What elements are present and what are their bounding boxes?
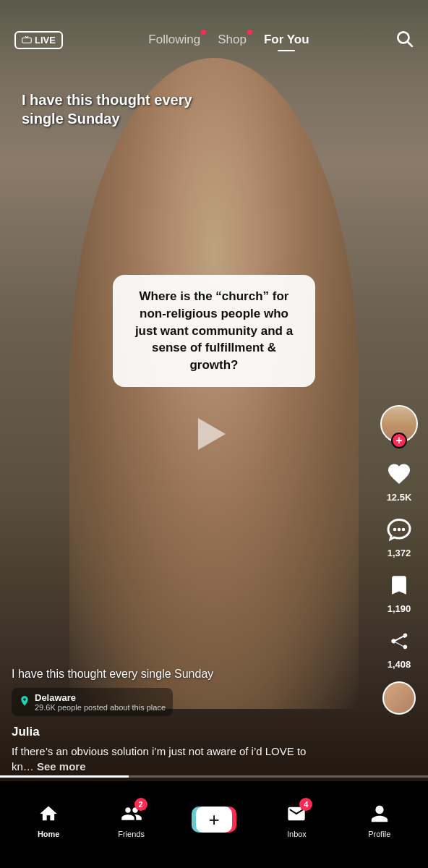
- live-badge[interactable]: LIVE: [14, 31, 63, 49]
- svg-line-4: [408, 42, 412, 46]
- creator-avatar[interactable]: +: [380, 405, 418, 443]
- following-dot: [201, 30, 206, 35]
- inbox-badge: 4: [299, 798, 312, 811]
- comment-action[interactable]: 1,372: [384, 514, 414, 558]
- location-text: Delaware 29.6K people posted about this …: [35, 692, 166, 712]
- see-more-button[interactable]: See more: [37, 760, 86, 773]
- location-count: 29.6K people posted about this place: [35, 703, 166, 712]
- nav-inbox[interactable]: 4 Inbox: [255, 801, 338, 838]
- right-actions: + 12.5K 1,372 1,190: [380, 405, 418, 715]
- home-label: Home: [38, 830, 60, 838]
- nav-add[interactable]: +: [173, 807, 255, 833]
- tab-following[interactable]: Following: [148, 33, 200, 47]
- comment-count: 1,372: [388, 548, 411, 558]
- inbox-label: Inbox: [287, 830, 307, 838]
- tab-for-you[interactable]: For You: [264, 33, 309, 47]
- nav-friends[interactable]: 2 Friends: [90, 801, 172, 838]
- nav-profile[interactable]: Profile: [338, 801, 421, 838]
- add-post-icon: +: [196, 807, 232, 833]
- share-icon[interactable]: [384, 626, 414, 656]
- live-label: LIVE: [35, 35, 56, 46]
- top-navigation: LIVE Following Shop For You: [0, 0, 428, 65]
- music-disc[interactable]: [382, 681, 416, 715]
- progress-bar[interactable]: [0, 775, 428, 778]
- music-avatar: [382, 681, 416, 715]
- friends-label: Friends: [118, 830, 145, 838]
- share-action[interactable]: 1,408: [384, 626, 414, 670]
- username[interactable]: Julia: [12, 725, 331, 739]
- bookmark-icon[interactable]: [384, 570, 414, 600]
- svg-point-6: [398, 528, 401, 532]
- profile-label: Profile: [368, 830, 390, 838]
- bottom-content: I have this thought every single Sunday …: [0, 668, 343, 774]
- play-button[interactable]: [192, 412, 236, 456]
- inbox-icon: 4: [283, 801, 309, 827]
- bookmark-action[interactable]: 1,190: [384, 570, 414, 614]
- profile-icon: [367, 801, 393, 827]
- bottom-navigation: Home 2 Friends + 4 Inbox: [0, 781, 428, 868]
- progress-fill: [0, 775, 129, 778]
- tab-shop[interactable]: Shop: [218, 33, 247, 47]
- shop-dot: [247, 30, 252, 35]
- home-icon: [35, 801, 61, 827]
- like-count: 12.5K: [387, 492, 412, 503]
- play-triangle-icon: [198, 418, 226, 450]
- description: If there’s an obvious solution i’m just …: [12, 744, 331, 774]
- bookmark-count: 1,190: [388, 603, 411, 614]
- heart-icon[interactable]: [384, 459, 414, 489]
- share-count: 1,408: [388, 659, 411, 670]
- friends-icon: 2: [119, 801, 145, 827]
- speech-bubble: Where is the “church” for non-religious …: [113, 275, 315, 387]
- location-name: Delaware: [35, 692, 166, 703]
- comment-icon[interactable]: [384, 514, 414, 545]
- like-action[interactable]: 12.5K: [384, 459, 414, 503]
- live-tv-icon: [22, 36, 32, 43]
- caption-top: I have this thought every single Sunday: [22, 90, 224, 128]
- nav-tabs: Following Shop For You: [148, 33, 309, 47]
- friends-badge: 2: [134, 798, 147, 811]
- location-tag[interactable]: Delaware 29.6K people posted about this …: [12, 688, 173, 716]
- svg-point-5: [393, 528, 397, 532]
- search-button[interactable]: [395, 29, 414, 51]
- location-pin-icon: [19, 695, 30, 709]
- svg-rect-0: [22, 38, 32, 43]
- video-caption-bottom: I have this thought every single Sunday: [12, 668, 331, 681]
- svg-point-7: [402, 528, 406, 532]
- follow-button[interactable]: +: [391, 433, 407, 448]
- nav-home[interactable]: Home: [7, 801, 90, 838]
